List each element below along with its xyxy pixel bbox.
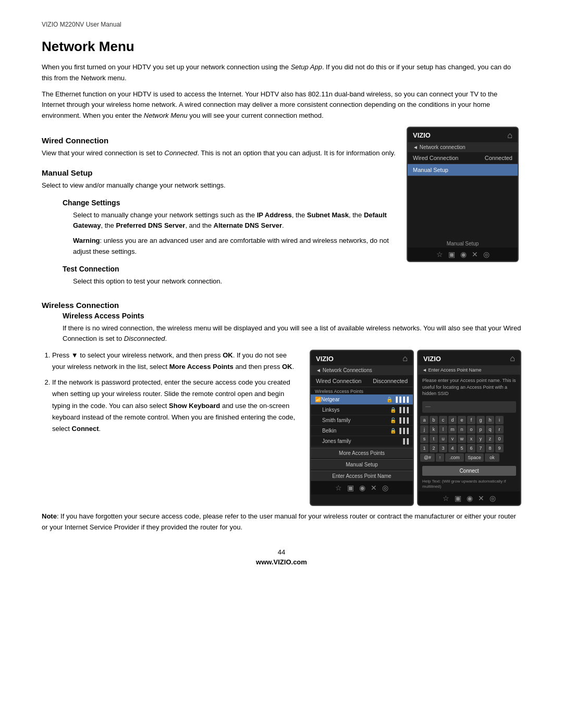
tv-screen1: VIZIO ⌂ ◄ Network connection Wired Conne… <box>407 127 519 262</box>
key-c: c <box>439 416 447 424</box>
key-k: k <box>430 425 438 434</box>
key-ok: ok <box>485 453 499 462</box>
key-r: r <box>495 425 504 434</box>
tv-screen3-desc: Please enter your Access point name. Thi… <box>418 375 520 400</box>
tv-screen1-nav: ◄ Network connection <box>408 142 518 152</box>
wireless-access-points-heading: Wireless Access Points <box>63 312 521 320</box>
key-6: 6 <box>467 444 475 452</box>
keyboard-row2: j k l m n o p q r <box>420 425 518 434</box>
enter-ap-btn2: Enter Access Point Name <box>311 471 413 481</box>
test-connection-desc: Select this option to test your network … <box>73 276 396 287</box>
tv-icon-circle2: ◉ <box>359 484 365 492</box>
website-url: www.VIZIO.com <box>42 558 521 566</box>
tv-wired-row: Wired Connection Connected <box>408 152 518 164</box>
wifi-icon: 📶 <box>315 397 321 402</box>
tv-icon-star3: ☆ <box>443 494 449 502</box>
key-l: l <box>439 425 447 434</box>
tv-bottom-icons3: ☆ ▣ ◉ ✕ ◎ <box>418 491 520 505</box>
tv-bottom-icons2: ☆ ▣ ◉ ✕ ◎ <box>311 481 413 495</box>
home-icon3: ⌂ <box>510 354 515 363</box>
manual-setup-btn2: Manual Setup <box>311 459 413 470</box>
tv-icon-star2: ☆ <box>335 484 342 492</box>
tv-wired-row2: Wired Connection Disconnected <box>311 375 413 387</box>
tv-icon-dot: ◎ <box>483 250 489 258</box>
warning-text: Warning: unless you are an advanced user… <box>73 236 396 257</box>
tv-icon-star: ☆ <box>436 250 443 258</box>
keyboard-row5: @# ↑ .com Space ok <box>420 453 518 462</box>
key-x: x <box>467 435 475 443</box>
manual-title: VIZIO M220NV User Manual <box>42 21 121 28</box>
key-e: e <box>458 416 466 424</box>
tv-icon-screen: ▣ <box>448 250 455 258</box>
page-title: Network Menu <box>42 39 521 55</box>
tv-screen3: VIZIO ⌂ ◄ Enter Access Point Name Please… <box>417 350 521 506</box>
wireless-steps: Press ▼ to select your wireless network,… <box>42 350 299 506</box>
page-number: 44 <box>42 548 521 556</box>
wired-connection-desc: View that your wired connection is set t… <box>42 148 396 159</box>
wired-connection-heading: Wired Connection <box>42 136 396 145</box>
key-t: t <box>430 435 438 443</box>
key-q: q <box>486 425 494 434</box>
tv-screen2: VIZIO ⌂ ◄ Network Connections Wired Conn… <box>310 350 414 506</box>
key-4: 4 <box>448 444 457 452</box>
tv-screen3-header: VIZIO ⌂ <box>418 351 520 365</box>
steps-list: Press ▼ to select your wireless network,… <box>42 350 299 435</box>
key-f: f <box>467 416 475 424</box>
key-space: Space <box>465 453 484 462</box>
tv-icon-x3: ✕ <box>478 494 484 502</box>
wired-section-text: Wired Connection View that your wired co… <box>42 127 396 291</box>
home-icon2: ⌂ <box>402 354 408 363</box>
key-2: 2 <box>430 444 438 452</box>
key-shift: ↑ <box>436 453 444 462</box>
key-a: a <box>420 416 429 424</box>
key-v: v <box>448 435 457 443</box>
key-w: w <box>458 435 466 443</box>
keyboard-row4: 1 2 3 4 5 6 7 8 9 <box>420 444 518 452</box>
key-m: m <box>448 425 457 434</box>
keyboard-row1: a b c d e f g h i <box>420 416 518 424</box>
tv-bottom-icons1: ☆ ▣ ◉ ✕ ◎ <box>408 248 518 261</box>
keyboard-row3: s t u v w x y z 0 <box>420 435 518 443</box>
help-text3: Help Text: (Will grow upwards automatica… <box>418 477 520 491</box>
key-b: b <box>430 416 438 424</box>
tv-screen2-nav: ◄ Network Connections <box>311 365 413 375</box>
key-dotcom: .com <box>445 453 464 462</box>
network-row-linksys: Linksys 🔒 ▐▐▐ <box>311 405 413 415</box>
key-p: p <box>476 425 485 434</box>
key-o: o <box>467 425 475 434</box>
key-g: g <box>476 416 485 424</box>
tv-icon-x: ✕ <box>472 250 478 258</box>
step1: Press ▼ to select your wireless network,… <box>52 350 299 373</box>
home-icon1: ⌂ <box>507 131 512 140</box>
key-0: 0 <box>495 435 504 443</box>
key-7: 7 <box>476 444 485 452</box>
vizio-logo3: VIZIO <box>423 355 441 363</box>
tv-icon-x2: ✕ <box>371 484 377 492</box>
key-9: 9 <box>495 444 504 452</box>
key-z: z <box>486 435 494 443</box>
key-d: d <box>448 416 457 424</box>
key-u: u <box>439 435 447 443</box>
manual-setup-heading: Manual Setup <box>42 168 396 177</box>
network-row-netgear: 📶 Netgear 🔒 ▐▐▐▐ <box>311 394 413 405</box>
key-5: 5 <box>458 444 466 452</box>
step2: If the network is password protected, en… <box>52 377 299 434</box>
tv-bottom-label1: Manual Setup <box>408 239 518 248</box>
tv-icon-circle3: ◉ <box>467 494 473 502</box>
wireless-steps-layout: Press ▼ to select your wireless network,… <box>42 350 521 506</box>
change-settings-heading: Change Settings <box>63 199 396 207</box>
key-3: 3 <box>439 444 447 452</box>
key-y: y <box>476 435 485 443</box>
manual-setup-desc: Select to view and/or manually change yo… <box>42 180 396 191</box>
tv-manual-setup-row: Manual Setup <box>408 164 518 176</box>
tv-icon-screen3: ▣ <box>455 494 461 502</box>
wireless-section: Wireless Connection Wireless Access Poin… <box>42 301 521 345</box>
page-header: VIZIO M220NV User Manual <box>42 21 521 28</box>
wireless-connection-heading: Wireless Connection <box>42 301 521 310</box>
key-i: i <box>495 416 504 424</box>
tv-icon-dot3: ◎ <box>489 494 496 502</box>
network-menu-italic: Network Menu <box>144 112 188 119</box>
tv-icon-screen2: ▣ <box>347 484 354 492</box>
intro-para2: The Ethernet function on your HDTV is us… <box>42 89 521 121</box>
key-at-hash: @# <box>420 453 435 462</box>
